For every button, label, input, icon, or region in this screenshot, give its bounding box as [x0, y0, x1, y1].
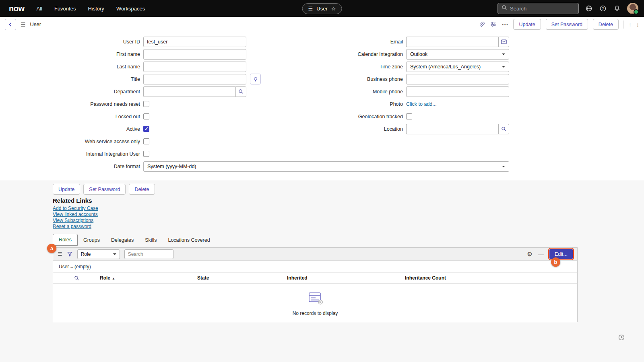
tab-roles[interactable]: Roles	[53, 234, 78, 246]
list-settings-gear-icon[interactable]: ⚙	[527, 251, 533, 258]
set-password-button[interactable]: Set Password	[546, 19, 588, 30]
first-name-field[interactable]	[143, 49, 246, 60]
global-search-input[interactable]	[510, 6, 581, 12]
previous-record-icon[interactable]: ↑	[629, 21, 632, 28]
list-search-input[interactable]	[124, 249, 173, 259]
favorite-star-icon[interactable]: ☆	[331, 6, 336, 12]
date-format-value: System (yyyy-MM-dd)	[147, 164, 196, 169]
location-lookup-icon[interactable]	[498, 124, 509, 134]
column-header-role-label: Role	[100, 275, 110, 281]
time-zone-value: System (America/Los_Angeles)	[410, 64, 481, 70]
field-label-location: Location	[314, 126, 403, 132]
delete-button[interactable]: Delete	[593, 19, 619, 30]
field-label-photo: Photo	[314, 101, 403, 107]
geolocation-tracked-checkbox[interactable]	[406, 113, 412, 119]
field-label-title: Title	[52, 76, 140, 82]
department-lookup-icon[interactable]	[235, 86, 246, 97]
response-time-clock-icon[interactable]	[618, 334, 625, 342]
calendar-integration-select[interactable]: Outlook	[406, 49, 509, 60]
now-logo[interactable]: now	[9, 4, 25, 13]
tab-locations-covered[interactable]: Locations Covered	[162, 234, 215, 246]
form-column-right: Email Calendar integration Outlook Time …	[314, 35, 509, 135]
footer-update-button[interactable]: Update	[53, 184, 80, 195]
filter-funnel-icon[interactable]	[67, 251, 73, 257]
field-label-last-name: Last name	[52, 64, 140, 70]
global-search[interactable]	[497, 3, 579, 14]
column-header-role[interactable]: Role▲	[97, 275, 195, 281]
chevron-down-icon	[502, 166, 505, 169]
breadcrumb-text: User = (empty)	[59, 264, 91, 269]
location-input[interactable]	[406, 124, 498, 134]
user-avatar[interactable]	[627, 3, 638, 14]
back-button[interactable]	[5, 19, 16, 30]
next-record-icon[interactable]: ↓	[636, 21, 639, 28]
department-input[interactable]	[143, 86, 235, 97]
chevron-down-icon	[502, 66, 505, 69]
column-header-inheritance-count[interactable]: Inheritance Count	[402, 275, 577, 281]
field-label-user-id: User ID	[52, 39, 140, 45]
nav-item-favorites[interactable]: Favorites	[54, 6, 76, 12]
field-label-password-needs-reset: Password needs reset	[52, 101, 140, 107]
column-header-state[interactable]: State	[195, 275, 285, 281]
locked-out-checkbox[interactable]	[143, 113, 149, 119]
form-context-menu-icon[interactable]: ☰	[21, 21, 26, 28]
date-format-select[interactable]: System (yyyy-MM-dd)	[143, 161, 509, 172]
internal-integration-user-checkbox[interactable]	[143, 151, 149, 157]
list-context-menu-icon[interactable]: ☰	[58, 251, 62, 257]
search-field-value: Role	[81, 251, 91, 257]
time-zone-select[interactable]: System (America/Los_Angeles)	[406, 62, 509, 72]
field-label-locked-out: Locked out	[52, 114, 140, 119]
last-name-field[interactable]	[143, 62, 246, 72]
field-label-calendar-integration: Calendar integration	[314, 51, 403, 57]
location-reference-field	[406, 124, 509, 134]
title-suggestion-button[interactable]	[250, 74, 261, 84]
link-add-to-security-case[interactable]: Add to Security Case	[53, 206, 98, 211]
record-pill[interactable]: ☰ User ☆	[302, 3, 342, 14]
column-header-inherited[interactable]: Inherited	[285, 275, 402, 281]
nav-item-history[interactable]: History	[88, 6, 104, 12]
link-view-subscriptions[interactable]: View Subscriptions	[53, 218, 98, 223]
link-view-linked-accounts[interactable]: View linked accounts	[53, 212, 98, 217]
collapse-list-icon[interactable]: —	[538, 251, 544, 257]
more-options-icon[interactable]: ⋯	[502, 21, 508, 28]
edit-button[interactable]: Edit...	[549, 249, 573, 259]
notifications-bell-icon[interactable]	[613, 4, 621, 12]
field-label-email: Email	[314, 39, 403, 45]
footer-set-password-button[interactable]: Set Password	[83, 184, 126, 195]
tab-delegates[interactable]: Delegates	[105, 234, 139, 246]
title-field[interactable]	[143, 74, 246, 84]
svg-text:?: ?	[602, 6, 604, 10]
servicenow-user-form: now All Favorites History Workspaces ☰ U…	[0, 0, 644, 362]
field-label-date-format: Date format	[52, 164, 140, 169]
help-icon[interactable]: ?	[599, 4, 607, 12]
field-label-internal-integration-user: Internal Integration User	[52, 151, 140, 157]
photo-click-to-add-link[interactable]: Click to add...	[406, 101, 437, 107]
field-label-department: Department	[52, 89, 140, 95]
attachment-paperclip-icon[interactable]	[478, 21, 485, 28]
personalize-form-icon[interactable]	[490, 21, 497, 28]
search-field-select[interactable]: Role	[77, 249, 120, 259]
field-label-web-service-access-only: Web service access only	[52, 139, 140, 144]
password-needs-reset-checkbox[interactable]	[143, 101, 149, 107]
calendar-integration-value: Outlook	[410, 51, 427, 57]
empty-state-message: No records to display	[293, 311, 338, 316]
email-field[interactable]	[406, 37, 498, 47]
active-checkbox[interactable]	[143, 126, 149, 132]
column-search-icon[interactable]	[53, 276, 97, 281]
footer-delete-button[interactable]: Delete	[129, 184, 155, 195]
business-phone-field[interactable]	[406, 74, 509, 84]
web-service-access-only-checkbox[interactable]	[143, 138, 149, 144]
globe-icon[interactable]	[585, 4, 593, 12]
user-id-field[interactable]	[143, 37, 246, 47]
list-breadcrumb[interactable]: User = (empty)	[53, 261, 577, 273]
top-nav: now All Favorites History Workspaces ☰ U…	[0, 0, 644, 17]
nav-item-workspaces[interactable]: Workspaces	[116, 6, 145, 12]
field-label-time-zone: Time zone	[314, 64, 403, 70]
link-reset-a-password[interactable]: Reset a password	[53, 224, 98, 229]
update-button[interactable]: Update	[513, 19, 541, 30]
email-envelope-icon[interactable]	[498, 37, 509, 47]
nav-item-all[interactable]: All	[37, 6, 42, 12]
tab-skills[interactable]: Skills	[139, 234, 162, 246]
tab-groups[interactable]: Groups	[78, 234, 105, 246]
mobile-phone-field[interactable]	[406, 86, 509, 97]
